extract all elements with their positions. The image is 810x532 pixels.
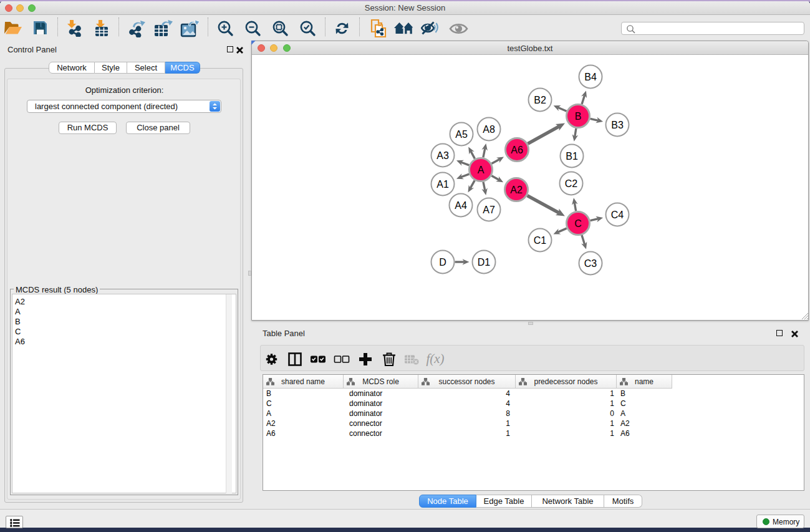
svg-text:A7: A7 [483, 205, 495, 215]
svg-text:A4: A4 [455, 200, 467, 211]
svg-text:B: B [575, 111, 582, 122]
svg-text:B3: B3 [611, 120, 624, 130]
svg-text:D1: D1 [478, 257, 491, 268]
svg-text:C2: C2 [565, 178, 578, 189]
svg-text:A: A [478, 165, 485, 175]
svg-text:A1: A1 [436, 179, 449, 190]
svg-text:A6: A6 [511, 145, 523, 155]
svg-text:C1: C1 [534, 235, 547, 246]
svg-text:D: D [439, 257, 446, 268]
svg-text:C: C [574, 218, 582, 229]
svg-text:f(x): f(x) [426, 352, 444, 366]
svg-text:C3: C3 [584, 258, 597, 269]
svg-text:A8: A8 [483, 124, 495, 135]
svg-text:A3: A3 [436, 150, 449, 161]
svg-text:C4: C4 [611, 210, 624, 220]
svg-text:A5: A5 [455, 129, 468, 140]
svg-text:B4: B4 [584, 72, 597, 82]
svg-text:B2: B2 [534, 95, 546, 105]
svg-text:A2: A2 [510, 185, 523, 195]
svg-text:B1: B1 [566, 151, 578, 162]
